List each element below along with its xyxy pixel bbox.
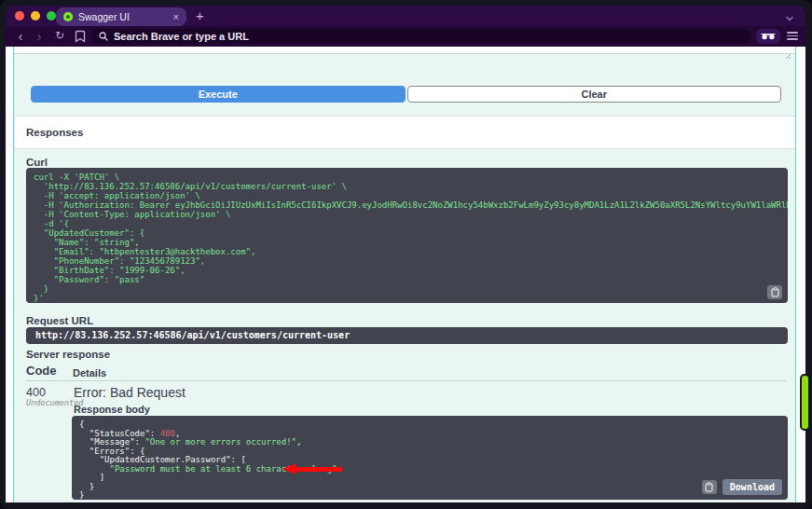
window-controls xyxy=(15,11,56,21)
new-tab-button[interactable]: + xyxy=(196,7,204,25)
zoom-window-button[interactable] xyxy=(47,11,56,21)
tab-strip: Swagger UI × + xyxy=(6,6,805,26)
address-bar[interactable] xyxy=(91,29,750,44)
response-actions: Download xyxy=(702,479,782,495)
response-body-label: Response body xyxy=(74,404,150,415)
execute-button[interactable]: Execute xyxy=(31,86,406,103)
download-button[interactable]: Download xyxy=(723,479,782,495)
browser-window: Swagger UI × + ‹ › ↻ xyxy=(0,0,812,509)
request-url-label: Request URL xyxy=(26,315,93,326)
annotation-arrow-icon xyxy=(282,463,342,475)
responses-title: Responses xyxy=(26,127,83,138)
response-description: Error: Bad Request xyxy=(74,385,186,400)
tab-swagger-ui[interactable]: Swagger UI × xyxy=(56,7,186,26)
browser-toolbar: ‹ › ↻ xyxy=(6,26,805,47)
response-status-code: 400 xyxy=(26,386,46,399)
menu-icon[interactable] xyxy=(787,32,798,40)
responses-header: Responses xyxy=(14,116,795,149)
scrollbar-thumb[interactable] xyxy=(800,374,810,431)
minimize-window-button[interactable] xyxy=(31,11,40,21)
search-icon xyxy=(99,28,108,45)
details-column-header: Details xyxy=(73,367,106,378)
sunglasses-icon xyxy=(761,28,776,45)
back-icon[interactable]: ‹ xyxy=(13,26,28,47)
tab-title: Swagger UI xyxy=(78,11,168,22)
resize-handle-icon[interactable] xyxy=(784,47,791,63)
copy-response-button[interactable] xyxy=(702,480,717,494)
server-response-label: Server response xyxy=(26,349,110,360)
chevron-down-icon[interactable] xyxy=(785,10,794,27)
bookmark-icon[interactable] xyxy=(75,30,86,47)
forward-icon[interactable]: › xyxy=(32,26,47,47)
curl-command: curl -X 'PATCH' \ 'http://83.136.252.57:… xyxy=(26,168,788,303)
swagger-page: Execute Clear Responses Curl curl -X 'PA… xyxy=(6,47,805,502)
response-body-block: { "StatusCode": 400, "Message": "One or … xyxy=(72,416,788,500)
request-url-block: http://83.136.252.57:46586/api/v1/custom… xyxy=(26,327,788,344)
patch-opblock-body: Execute Clear Responses Curl curl -X 'PA… xyxy=(13,47,796,502)
close-tab-icon[interactable]: × xyxy=(173,11,179,22)
table-header-divider xyxy=(26,380,787,381)
request-url-value: http://83.136.252.57:46586/api/v1/custom… xyxy=(26,327,788,344)
swagger-favicon xyxy=(63,12,73,21)
execute-wrapper: Execute Clear xyxy=(31,86,781,103)
copy-curl-button[interactable] xyxy=(767,285,782,299)
close-window-button[interactable] xyxy=(15,11,24,21)
response-body-json: { "StatusCode": 400, "Message": "One or … xyxy=(72,416,788,500)
clear-button[interactable]: Clear xyxy=(407,86,782,103)
curl-label: Curl xyxy=(26,157,48,168)
code-column-header: Code xyxy=(26,364,57,378)
curl-code-block: curl -X 'PATCH' \ 'http://83.136.252.57:… xyxy=(26,168,788,303)
address-input[interactable] xyxy=(114,31,743,42)
reload-icon[interactable]: ↻ xyxy=(52,26,67,47)
private-window-badge xyxy=(756,29,780,44)
request-body-textarea[interactable] xyxy=(14,47,795,54)
